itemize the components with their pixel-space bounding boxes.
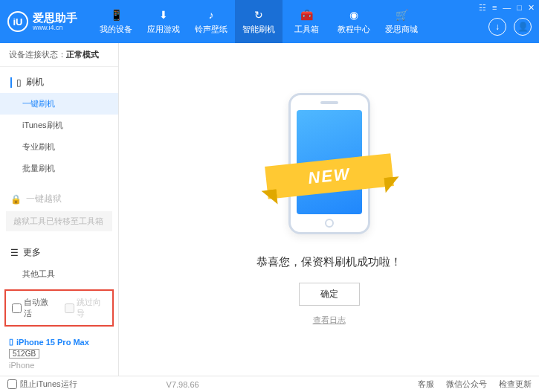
win-control[interactable]: ≡ [492,3,497,13]
footer-link-客服[interactable]: 客服 [418,379,434,390]
sidebar-item-iTunes刷机[interactable]: iTunes刷机 [0,115,118,136]
sidebar-header-flash[interactable]: ▯ 刷机 [0,71,118,93]
sidebar-item-专业刷机[interactable]: 专业刷机 [0,136,118,158]
device-name[interactable]: ▯ iPhone 15 Pro Max [9,337,109,347]
nav-铃声壁纸[interactable]: ♪铃声壁纸 [187,0,235,43]
app-header: iU 爱思助手 www.i4.cn 📱我的设备⬇应用游戏♪铃声壁纸↻智能刷机🧰工… [0,0,539,43]
footer: 阻止iTunes运行 V7.98.66 客服微信公众号检查更新 [0,376,539,392]
app-name: 爱思助手 [33,12,77,25]
device-status: 设备连接状态：正常模式 [0,43,118,67]
menu-icon: ☰ [10,248,19,258]
view-log-link[interactable]: 查看日志 [313,315,346,326]
nav-智能刷机[interactable]: ↻智能刷机 [235,0,283,43]
new-ribbon: NEW [265,153,394,199]
success-message: 恭喜您，保资料刷机成功啦！ [256,255,401,269]
footer-link-检查更新[interactable]: 检查更新 [499,379,532,390]
user-icon[interactable]: 👤 [514,18,532,36]
logo: iU 爱思助手 www.i4.cn [7,11,77,32]
lock-icon: 🔒 [10,194,22,205]
nav-我的设备[interactable]: 📱我的设备 [92,0,140,43]
options-box: 自动激活 跳过向导 [4,289,114,327]
nav-爱思商城[interactable]: 🛒爱思商城 [378,0,425,43]
device-type: iPhone [9,361,109,370]
sidebar-header-more[interactable]: ☰ 更多 [0,242,118,263]
win-control[interactable]: ☷ [479,3,486,13]
win-control[interactable]: — [503,3,511,13]
jailbreak-note: 越狱工具已转移至工具箱 [6,211,112,231]
nav-icon: ↻ [252,8,265,22]
nav-icon: ⬇ [157,8,170,22]
nav-icon: 🧰 [300,8,313,22]
sidebar-item-一键刷机[interactable]: 一键刷机 [0,93,118,115]
sidebar-item-批量刷机[interactable]: 批量刷机 [0,158,118,179]
ok-button[interactable]: 确定 [299,283,360,306]
app-url: www.i4.cn [33,24,77,31]
sidebar-header-jailbreak: 🔒 一键越狱 [0,188,118,210]
window-controls: ☷≡—□✕ [479,3,535,13]
nav-icon: 📱 [109,8,123,22]
win-control[interactable]: □ [517,3,522,13]
phone-icon: ▯ [9,337,13,347]
phone-illustration: NEW [281,93,378,242]
win-control[interactable]: ✕ [528,3,535,13]
sidebar: 设备连接状态：正常模式 ▯ 刷机 一键刷机iTunes刷机专业刷机批量刷机 🔒 … [0,43,119,376]
main-content: NEW 恭喜您，保资料刷机成功啦！ 确定 查看日志 [119,43,539,376]
nav-icon: ♪ [204,8,218,22]
block-itunes-checkbox[interactable]: 阻止iTunes运行 [7,379,77,390]
device-info: ▯ iPhone 15 Pro Max 512GB iPhone [0,331,118,376]
sidebar-item-其他工具[interactable]: 其他工具 [0,263,118,285]
nav-应用游戏[interactable]: ⬇应用游戏 [140,0,187,43]
phone-icon: ▯ [16,77,22,88]
skip-guide-checkbox[interactable]: 跳过向导 [65,297,107,319]
nav-工具箱[interactable]: 🧰工具箱 [283,0,330,43]
footer-link-微信公众号[interactable]: 微信公众号 [446,379,487,390]
top-nav: 📱我的设备⬇应用游戏♪铃声壁纸↻智能刷机🧰工具箱◉教程中心🛒爱思商城 [92,0,425,43]
nav-icon: 🛒 [395,8,408,22]
auto-activate-checkbox[interactable]: 自动激活 [12,297,54,319]
version-label: V7.98.66 [167,380,199,389]
logo-icon: iU [7,11,28,32]
nav-教程中心[interactable]: ◉教程中心 [330,0,378,43]
nav-icon: ◉ [347,8,361,22]
device-storage: 512GB [9,349,39,359]
download-icon[interactable]: ↓ [488,18,506,36]
